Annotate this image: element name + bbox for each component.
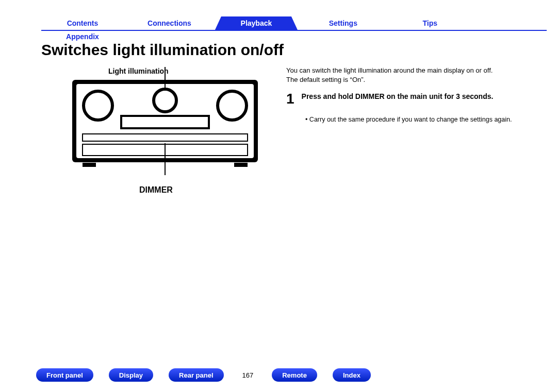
pill-index[interactable]: Index xyxy=(333,368,371,382)
bottom-nav: Front panel Display Rear panel 167 Remot… xyxy=(36,368,371,382)
top-divider xyxy=(41,30,547,31)
svg-rect-6 xyxy=(83,134,248,141)
pill-front-panel[interactable]: Front panel xyxy=(36,368,93,382)
step-1: 1 Press and hold DIMMER on the main unit… xyxy=(286,92,544,106)
svg-rect-8 xyxy=(83,163,96,167)
tab-playback[interactable]: Playback xyxy=(215,16,298,30)
step-number: 1 xyxy=(286,92,294,106)
page-number: 167 xyxy=(242,371,254,379)
svg-rect-9 xyxy=(234,163,248,167)
top-tab-bar: Contents Connections Playback Settings T… xyxy=(41,16,547,30)
diagram-label-dimmer: DIMMER xyxy=(139,185,173,195)
page-title: Switches light illumination on/off xyxy=(41,41,284,59)
svg-point-2 xyxy=(84,91,112,120)
product-diagram: Light illumination DIMMER xyxy=(62,67,278,196)
tab-connections[interactable]: Connections xyxy=(128,16,210,30)
receiver-icon xyxy=(62,67,268,180)
tab-settings[interactable]: Settings xyxy=(302,16,384,30)
svg-point-4 xyxy=(218,91,247,120)
description-text: You can switch the light illumination ar… xyxy=(286,66,539,84)
pill-remote[interactable]: Remote xyxy=(272,368,317,382)
tab-contents[interactable]: Contents xyxy=(41,16,124,30)
svg-rect-5 xyxy=(121,116,209,128)
step-instruction: Press and hold DIMMER on the main unit f… xyxy=(302,92,494,101)
tab-tips[interactable]: Tips xyxy=(389,16,471,30)
diagram-label-light: Light illumination xyxy=(108,67,169,75)
step-bullet: Carry out the same procedure if you want… xyxy=(305,115,543,125)
svg-point-3 xyxy=(154,89,176,112)
pill-rear-panel[interactable]: Rear panel xyxy=(169,368,223,382)
pill-display[interactable]: Display xyxy=(109,368,153,382)
